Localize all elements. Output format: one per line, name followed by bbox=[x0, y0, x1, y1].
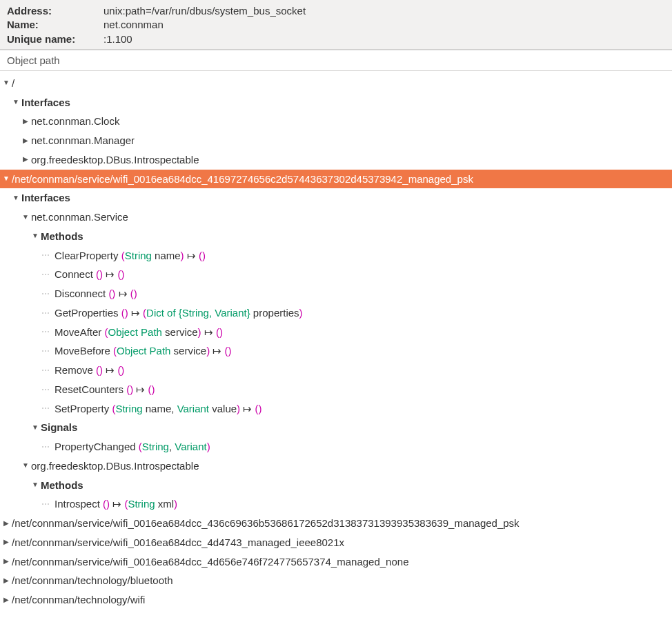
node-label: org.freedesktop.DBus.Introspectable bbox=[30, 150, 199, 170]
expand-icon[interactable] bbox=[21, 134, 30, 148]
header-address-row: Address: unix:path=/var/run/dbus/system_… bbox=[7, 4, 665, 18]
tree-node-path[interactable]: /net/connman/service/wifi_0016ea684dcc_4… bbox=[0, 552, 672, 572]
tree-node-path[interactable]: /net/connman/technology/bluetooth bbox=[0, 571, 672, 590]
tree-node-method[interactable]: Introspect () ↦ (String xml) bbox=[0, 494, 672, 514]
tree-node-interface[interactable]: org.freedesktop.DBus.Introspectable bbox=[0, 150, 672, 170]
address-value: unix:path=/var/run/dbus/system_bus_socke… bbox=[103, 4, 306, 18]
method-name: SetProperty bbox=[55, 403, 109, 414]
node-label: Methods bbox=[40, 227, 83, 246]
expand-icon[interactable] bbox=[1, 574, 11, 588]
method-signature: Introspect () ↦ (String xml) bbox=[54, 494, 177, 514]
name-label: Name: bbox=[7, 18, 103, 32]
tree-guide-icon bbox=[40, 267, 54, 282]
tree-node-path[interactable]: /net/connman/service/wifi_0016ea684dcc_4… bbox=[0, 514, 672, 533]
method-name: Disconnect bbox=[55, 288, 106, 299]
address-label: Address: bbox=[7, 4, 103, 18]
tree-node-interface[interactable]: net.connman.Service bbox=[0, 208, 672, 227]
tree-guide-icon bbox=[40, 401, 54, 416]
tree-node-method[interactable]: Connect () ↦ () bbox=[0, 265, 672, 284]
node-label: org.freedesktop.DBus.Introspectable bbox=[30, 457, 199, 476]
expand-icon[interactable] bbox=[11, 96, 21, 109]
expand-icon[interactable] bbox=[11, 192, 21, 205]
node-label: net.connman.Clock bbox=[30, 112, 119, 131]
tree-node-interface[interactable]: net.connman.Clock bbox=[0, 112, 672, 131]
tree-guide-icon bbox=[40, 439, 54, 454]
method-signature: GetProperties () ↦ (Dict of {String, Var… bbox=[54, 303, 303, 323]
method-name: Connect bbox=[55, 268, 93, 280]
node-label: / bbox=[11, 74, 14, 93]
expand-icon[interactable] bbox=[1, 594, 11, 607]
tree-node-signal[interactable]: PropertyChanged (String, Variant) bbox=[0, 437, 672, 457]
method-signature: SetProperty (String name, Variant value)… bbox=[54, 399, 261, 419]
tree-node-interface[interactable]: net.connman.Manager bbox=[0, 131, 672, 150]
name-value: net.connman bbox=[103, 18, 164, 32]
node-label: Interfaces bbox=[21, 93, 70, 112]
tree-node-method[interactable]: ResetCounters () ↦ () bbox=[0, 380, 672, 399]
method-signature: MoveAfter (Object Path service) ↦ () bbox=[54, 323, 223, 342]
node-label: /net/connman/service/wifi_0016ea684dcc_4… bbox=[11, 170, 473, 189]
expand-icon[interactable] bbox=[30, 479, 40, 492]
method-name: GetProperties bbox=[55, 307, 119, 319]
method-name: MoveAfter bbox=[55, 326, 101, 338]
method-signature: ResetCounters () ↦ () bbox=[54, 380, 155, 399]
unique-name-value: :1.100 bbox=[103, 32, 132, 46]
node-label: /net/connman/service/wifi_0016ea684dcc_4… bbox=[11, 533, 344, 552]
expand-icon[interactable] bbox=[21, 211, 30, 224]
expand-icon[interactable] bbox=[30, 421, 40, 434]
tree-node-method[interactable]: GetProperties () ↦ (Dict of {String, Var… bbox=[0, 303, 672, 323]
method-name: MoveBefore bbox=[55, 345, 110, 357]
expand-icon[interactable] bbox=[1, 77, 11, 90]
header-name-row: Name: net.connman bbox=[7, 18, 665, 32]
method-signature: Connect () ↦ () bbox=[54, 265, 124, 284]
object-tree: / Interfaces net.connman.Clock net.connm… bbox=[0, 71, 672, 616]
tree-node-interface[interactable]: org.freedesktop.DBus.Introspectable bbox=[0, 457, 672, 476]
tree-guide-icon bbox=[40, 286, 54, 301]
tree-guide-icon bbox=[40, 324, 54, 339]
node-label: Methods bbox=[40, 476, 83, 495]
expand-icon[interactable] bbox=[1, 517, 11, 530]
method-signature: MoveBefore (Object Path service) ↦ () bbox=[54, 341, 231, 361]
method-name: Remove bbox=[55, 364, 93, 376]
tree-node-method[interactable]: Remove () ↦ () bbox=[0, 361, 672, 380]
tree-node-method[interactable]: ClearProperty (String name) ↦ () bbox=[0, 246, 672, 265]
expand-icon[interactable] bbox=[1, 555, 11, 568]
method-signature: Remove () ↦ () bbox=[54, 361, 124, 380]
node-label: Interfaces bbox=[21, 188, 70, 208]
node-label: Signals bbox=[40, 418, 77, 437]
connection-header: Address: unix:path=/var/run/dbus/system_… bbox=[0, 0, 672, 50]
expand-icon[interactable] bbox=[21, 115, 30, 128]
tree-guide-icon bbox=[40, 248, 54, 263]
tree-node-path[interactable]: /net/connman/service/wifi_0016ea684dcc_4… bbox=[0, 533, 672, 552]
node-label: /net/connman/service/wifi_0016ea684dcc_4… bbox=[11, 552, 408, 572]
tree-node-method[interactable]: MoveBefore (Object Path service) ↦ () bbox=[0, 341, 672, 361]
expand-icon[interactable] bbox=[21, 459, 30, 472]
expand-icon[interactable] bbox=[30, 230, 40, 243]
unique-name-label: Unique name: bbox=[7, 32, 103, 46]
tree-node-method[interactable]: SetProperty (String name, Variant value)… bbox=[0, 399, 672, 419]
column-header-object-path[interactable]: Object path bbox=[0, 50, 672, 71]
node-label: /net/connman/technology/bluetooth bbox=[11, 571, 173, 590]
tree-guide-icon bbox=[40, 305, 54, 321]
tree-node-signals[interactable]: Signals bbox=[0, 418, 672, 437]
method-name: ClearProperty bbox=[55, 250, 119, 261]
node-label: /net/connman/service/wifi_0016ea684dcc_4… bbox=[11, 514, 520, 533]
tree-guide-icon bbox=[40, 382, 54, 397]
expand-icon[interactable] bbox=[1, 172, 11, 185]
method-signature: Disconnect () ↦ () bbox=[54, 284, 137, 303]
node-label: /net/connman/technology/wifi bbox=[11, 590, 145, 610]
tree-node-interfaces[interactable]: Interfaces bbox=[0, 188, 672, 208]
tree-node-interfaces[interactable]: Interfaces bbox=[0, 93, 672, 112]
signal-signature: PropertyChanged (String, Variant) bbox=[54, 437, 210, 457]
header-unique-row: Unique name: :1.100 bbox=[7, 32, 665, 46]
expand-icon[interactable] bbox=[21, 153, 30, 166]
tree-node-root[interactable]: / bbox=[0, 74, 672, 93]
tree-node-methods[interactable]: Methods bbox=[0, 227, 672, 246]
method-name: Introspect bbox=[55, 498, 100, 510]
tree-node-method[interactable]: MoveAfter (Object Path service) ↦ () bbox=[0, 323, 672, 342]
expand-icon[interactable] bbox=[1, 536, 11, 549]
tree-node-path[interactable]: /net/connman/technology/wifi bbox=[0, 590, 672, 610]
tree-guide-icon bbox=[40, 363, 54, 378]
tree-node-method[interactable]: Disconnect () ↦ () bbox=[0, 284, 672, 303]
tree-node-service-selected[interactable]: /net/connman/service/wifi_0016ea684dcc_4… bbox=[0, 170, 672, 189]
tree-node-methods[interactable]: Methods bbox=[0, 476, 672, 495]
